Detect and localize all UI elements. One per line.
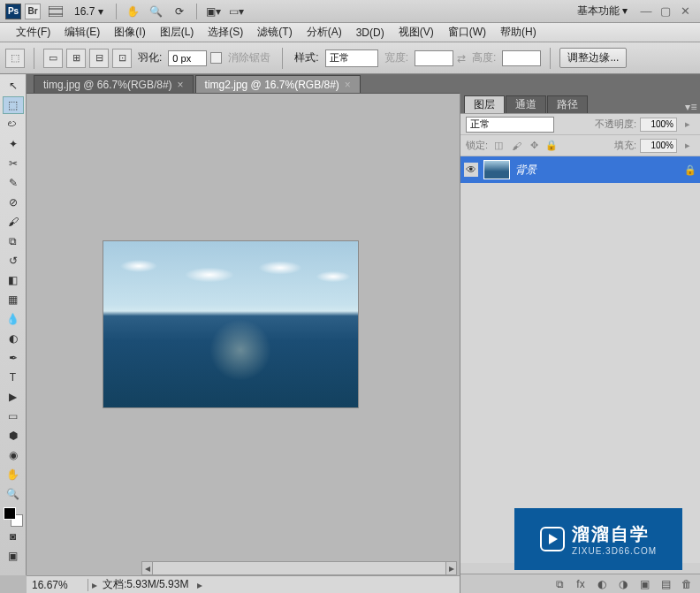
zoom-icon[interactable]: 🔍 — [147, 3, 166, 20]
visibility-icon[interactable]: 👁 — [464, 163, 478, 177]
menu-file[interactable]: 文件(F) — [9, 25, 57, 40]
lock-transparent-icon[interactable]: ◫ — [491, 139, 506, 153]
lock-pixels-icon[interactable]: 🖌 — [509, 139, 523, 153]
film-strip-icon[interactable] — [46, 3, 65, 20]
layer-row[interactable]: 👁 背景 🔒 — [460, 156, 700, 183]
panel-menu-icon[interactable]: ▾≡ — [682, 101, 700, 113]
3d-tool-icon[interactable]: ⬢ — [3, 427, 24, 445]
panel-tab-bar: 图层 通道 路径 ▾≡ — [460, 94, 700, 113]
chevron-right-icon[interactable]: ▸ — [681, 139, 695, 153]
new-layer-icon[interactable]: ▤ — [658, 577, 673, 591]
intersect-selection-icon[interactable]: ⊡ — [112, 49, 132, 68]
status-zoom[interactable]: 16.67% — [27, 579, 88, 591]
opacity-value[interactable]: 100% — [640, 118, 677, 132]
refine-edge-button[interactable]: 调整边缘... — [559, 48, 627, 68]
chevron-right-icon[interactable]: ▸ — [681, 118, 695, 132]
hand-icon[interactable]: ✋ — [124, 3, 143, 20]
screen-mode-icon[interactable]: ▭▾ — [227, 3, 247, 20]
menu-3d[interactable]: 3D(D) — [349, 27, 392, 39]
width-label: 宽度: — [384, 50, 408, 65]
close-icon[interactable]: × — [178, 79, 184, 91]
panel-tab-paths[interactable]: 路径 — [547, 95, 588, 113]
menu-view[interactable]: 视图(V) — [392, 25, 441, 40]
path-select-tool-icon[interactable]: ▶ — [3, 388, 24, 406]
brush-tool-icon[interactable]: 🖌 — [3, 213, 24, 231]
blur-tool-icon[interactable]: 💧 — [3, 310, 24, 328]
hand-tool-icon[interactable]: ✋ — [3, 466, 24, 483]
quick-mask-icon[interactable]: ◙ — [3, 528, 24, 545]
crop-tool-icon[interactable]: ✂ — [3, 155, 24, 172]
status-doc-info[interactable]: 文档:5.93M/5.93M — [97, 577, 194, 592]
layer-list[interactable]: 👁 背景 🔒 — [460, 156, 700, 563]
lock-all-icon[interactable]: 🔒 — [544, 139, 559, 153]
menu-filter[interactable]: 滤镜(T) — [250, 25, 299, 40]
scroll-right-icon[interactable]: ▸ — [445, 562, 456, 574]
style-select[interactable] — [325, 49, 378, 67]
menu-edit[interactable]: 编辑(E) — [57, 25, 107, 40]
history-brush-tool-icon[interactable]: ↺ — [3, 252, 24, 270]
screen-mode-tool-icon[interactable]: ▣ — [3, 547, 24, 565]
3d-camera-tool-icon[interactable]: ◉ — [3, 446, 24, 464]
lock-icon: 🔒 — [684, 164, 696, 176]
ps-logo-icon: Ps — [5, 4, 21, 19]
layer-style-icon[interactable]: fx — [573, 577, 589, 591]
menu-select[interactable]: 选择(S) — [201, 25, 250, 40]
pen-tool-icon[interactable]: ✒ — [3, 349, 24, 367]
close-button[interactable]: ✕ — [677, 5, 693, 18]
foreground-color-icon[interactable] — [4, 507, 16, 520]
link-layers-icon[interactable]: ⧉ — [552, 577, 567, 591]
healing-brush-tool-icon[interactable]: ⊘ — [3, 194, 24, 211]
color-swatch[interactable] — [4, 507, 23, 527]
delete-layer-icon[interactable]: 🗑 — [679, 577, 695, 591]
workspace-switcher[interactable]: 基本功能 ▾ — [577, 4, 628, 19]
group-icon[interactable]: ▣ — [636, 577, 652, 591]
eyedropper-tool-icon[interactable]: ✎ — [3, 174, 24, 192]
type-tool-icon[interactable]: T — [3, 369, 24, 386]
title-bar: Ps Br 16.7 ▾ ✋ 🔍 ⟳ ▣▾ ▭▾ 基本功能 ▾ — ▢ ✕ — [0, 0, 700, 23]
antialias-checkbox[interactable] — [210, 52, 222, 64]
menu-help[interactable]: 帮助(H) — [493, 25, 544, 40]
scroll-left-icon[interactable]: ◂ — [142, 562, 153, 574]
layer-mask-icon[interactable]: ◐ — [594, 577, 610, 591]
dodge-tool-icon[interactable]: ◐ — [3, 330, 24, 347]
menu-analysis[interactable]: 分析(A) — [300, 25, 349, 40]
menu-image[interactable]: 图像(I) — [107, 25, 152, 40]
arrange-icon[interactable]: ▣▾ — [204, 3, 224, 20]
layer-name[interactable]: 背景 — [515, 163, 679, 178]
add-selection-icon[interactable]: ⊞ — [66, 49, 86, 68]
gradient-tool-icon[interactable]: ▦ — [3, 291, 24, 308]
zoom-selector[interactable]: 16.7 ▾ — [74, 5, 103, 18]
adjustment-layer-icon[interactable]: ◑ — [615, 577, 631, 591]
horizontal-scrollbar[interactable]: ◂ ▸ — [141, 561, 457, 575]
marquee-tool-icon[interactable]: ⬚ — [3, 96, 24, 114]
zoom-tool-icon[interactable]: 🔍 — [3, 485, 24, 503]
canvas-area[interactable]: ◂ ▸ — [27, 94, 460, 575]
eraser-tool-icon[interactable]: ◧ — [3, 271, 24, 289]
chevron-right-icon[interactable]: ▸ — [197, 579, 202, 591]
new-selection-icon[interactable]: ▭ — [43, 49, 63, 68]
blend-mode-select[interactable] — [466, 117, 554, 133]
menu-window[interactable]: 窗口(W) — [441, 25, 493, 40]
subtract-selection-icon[interactable]: ⊟ — [89, 49, 109, 68]
bridge-logo-icon[interactable]: Br — [25, 4, 41, 19]
clone-stamp-tool-icon[interactable]: ⧉ — [3, 232, 24, 250]
maximize-button[interactable]: ▢ — [658, 5, 673, 18]
layer-thumbnail[interactable] — [483, 160, 510, 179]
shape-tool-icon[interactable]: ▭ — [3, 407, 24, 425]
panel-tab-channels[interactable]: 通道 — [506, 95, 546, 113]
lasso-tool-icon[interactable]: ల — [3, 116, 24, 133]
tool-preset-icon[interactable]: ⬚ — [5, 49, 25, 68]
minimize-button[interactable]: — — [638, 5, 654, 18]
canvas-image[interactable] — [103, 240, 359, 408]
move-tool-icon[interactable]: ↖ — [3, 77, 24, 95]
menu-layer[interactable]: 图层(L) — [153, 25, 202, 40]
feather-input[interactable] — [168, 50, 207, 66]
close-icon[interactable]: × — [345, 79, 351, 91]
panel-tab-layers[interactable]: 图层 — [464, 95, 505, 113]
fill-value[interactable]: 100% — [640, 139, 677, 153]
lock-position-icon[interactable]: ✥ — [527, 139, 541, 153]
document-tab[interactable]: timg2.jpg @ 16.7%(RGB/8#) × — [195, 75, 361, 93]
magic-wand-tool-icon[interactable]: ✦ — [3, 135, 24, 153]
rotate-view-icon[interactable]: ⟳ — [170, 3, 189, 20]
document-tab[interactable]: timg.jpg @ 66.7%(RGB/8#) × — [34, 75, 194, 93]
